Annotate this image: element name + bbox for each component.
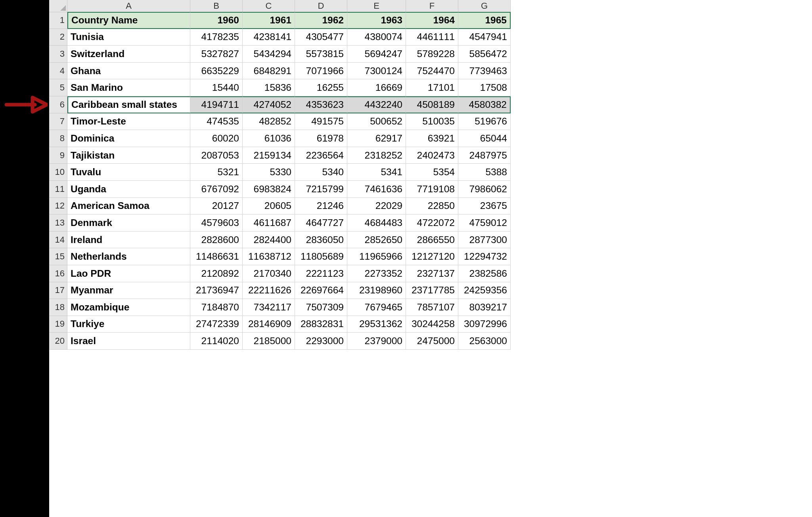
cell-country-name[interactable]: American Samoa [67,198,190,215]
cell-value[interactable]: 7507309 [295,299,347,316]
cell-value[interactable]: 4647727 [295,214,347,232]
cell-value[interactable]: 63921 [406,130,458,147]
cell-value[interactable]: 2379000 [347,333,406,350]
cell-country-name[interactable]: Ireland [67,232,190,249]
cell-value[interactable]: 2087053 [190,147,243,164]
cell-value[interactable]: 4305477 [295,29,347,46]
cell-value[interactable]: 500652 [347,113,406,130]
cell-value[interactable]: 22850 [406,198,458,215]
cell-country-name[interactable]: San Marino [67,79,190,96]
row-header-2[interactable]: 2 [49,29,67,46]
cell-value[interactable]: 510035 [406,113,458,130]
cell-value[interactable]: 4684483 [347,214,406,232]
cell-value[interactable]: 7524470 [406,63,458,80]
cell-value[interactable]: 2120892 [190,265,243,282]
cell-value[interactable]: 5354 [406,164,458,181]
cell-country-name[interactable]: Myanmar [67,282,190,299]
select-all-corner[interactable] [49,0,67,12]
row-header-14[interactable]: 14 [49,232,67,249]
cell-value[interactable]: 474535 [190,113,243,130]
row-header-11[interactable]: 11 [49,181,67,198]
cell-value[interactable]: 5321 [190,164,243,181]
cell-value[interactable]: 4579603 [190,214,243,232]
cell-value[interactable]: 4194711 [190,96,243,113]
cell-value[interactable]: 2327137 [406,265,458,282]
cell-value[interactable]: 5694247 [347,46,406,63]
cell-value[interactable]: 22211626 [243,282,295,299]
cell-country-name[interactable]: Tunisia [67,29,190,46]
header-year-1963[interactable]: 1963 [347,12,406,29]
cell-value[interactable]: 4274052 [243,96,295,113]
column-header-D[interactable]: D [295,0,347,12]
cell-value[interactable]: 4547941 [458,29,511,46]
cell-value[interactable]: 4432240 [347,96,406,113]
row-header-4[interactable]: 4 [49,63,67,80]
cell-value[interactable]: 60020 [190,130,243,147]
cell-value[interactable]: 2273352 [347,265,406,282]
cell-value[interactable]: 5341 [347,164,406,181]
cell-country-name[interactable]: Israel [67,333,190,350]
cell-value[interactable]: 4353623 [295,96,347,113]
cell-value[interactable]: 7461636 [347,181,406,198]
cell-value[interactable]: 8039217 [458,299,511,316]
cell-value[interactable]: 7071966 [295,63,347,80]
cell-value[interactable]: 5330 [243,164,295,181]
cell-value[interactable]: 5789228 [406,46,458,63]
row-header-16[interactable]: 16 [49,265,67,282]
cell-value[interactable]: 2236564 [295,147,347,164]
cell-value[interactable]: 4722072 [406,214,458,232]
cell-value[interactable]: 15440 [190,79,243,96]
cell-value[interactable]: 7986062 [458,181,511,198]
cell-value[interactable]: 16255 [295,79,347,96]
cell-value[interactable]: 2221123 [295,265,347,282]
cell-value[interactable]: 4178235 [190,29,243,46]
cell-value[interactable]: 28146909 [243,316,295,333]
cell-value[interactable]: 11805689 [295,248,347,265]
cell-country-name[interactable]: Lao PDR [67,265,190,282]
cell-value[interactable]: 20605 [243,198,295,215]
cell-country-name[interactable]: Tuvalu [67,164,190,181]
cell-value[interactable]: 23198960 [347,282,406,299]
cell-value[interactable]: 11638712 [243,248,295,265]
cell-value[interactable]: 4380074 [347,29,406,46]
cell-country-name[interactable]: Dominica [67,130,190,147]
cell-country-name[interactable]: Timor-Leste [67,113,190,130]
row-header-8[interactable]: 8 [49,130,67,147]
cell-value[interactable]: 15836 [243,79,295,96]
cell-country-name[interactable]: Ghana [67,63,190,80]
cell-country-name[interactable]: Turkiye [67,316,190,333]
cell-value[interactable]: 23717785 [406,282,458,299]
cell-value[interactable]: 5434294 [243,46,295,63]
cell-value[interactable]: 5856472 [458,46,511,63]
cell-value[interactable]: 6848291 [243,63,295,80]
row-header-3[interactable]: 3 [49,46,67,63]
column-header-E[interactable]: E [347,0,406,12]
row-header-6[interactable]: 6 [49,96,67,113]
cell-value[interactable]: 7342117 [243,299,295,316]
cell-value[interactable]: 2487975 [458,147,511,164]
cell-value[interactable]: 7739463 [458,63,511,80]
cell-value[interactable]: 24259356 [458,282,511,299]
column-header-C[interactable]: C [243,0,295,12]
cell-value[interactable]: 6983824 [243,181,295,198]
column-header-B[interactable]: B [190,0,243,12]
cell-country-name[interactable]: Netherlands [67,248,190,265]
cell-value[interactable]: 4508189 [406,96,458,113]
cell-value[interactable]: 2866550 [406,232,458,249]
cell-value[interactable]: 7857107 [406,299,458,316]
cell-value[interactable]: 22029 [347,198,406,215]
cell-value[interactable]: 29531362 [347,316,406,333]
cell-value[interactable]: 2824400 [243,232,295,249]
cell-value[interactable]: 62917 [347,130,406,147]
spreadsheet[interactable]: ABCDEFG1Country Name19601961196219631964… [49,0,812,517]
cell-value[interactable]: 519676 [458,113,511,130]
header-year-1964[interactable]: 1964 [406,12,458,29]
row-header-18[interactable]: 18 [49,299,67,316]
header-year-1960[interactable]: 1960 [190,12,243,29]
cell-value[interactable]: 17101 [406,79,458,96]
cell-value[interactable]: 7184870 [190,299,243,316]
cell-value[interactable]: 5340 [295,164,347,181]
cell-value[interactable]: 2159134 [243,147,295,164]
row-header-12[interactable]: 12 [49,198,67,215]
cell-value[interactable]: 4759012 [458,214,511,232]
